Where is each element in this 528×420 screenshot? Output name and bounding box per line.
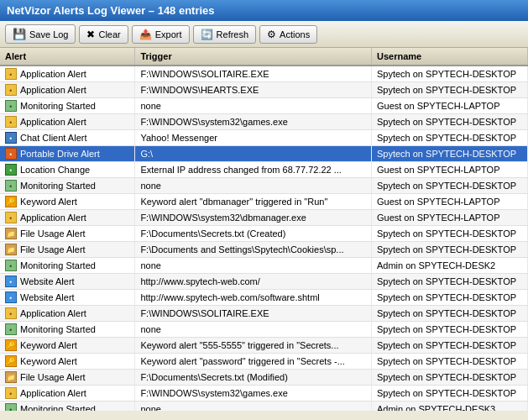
- keyword-icon: 🔑: [5, 339, 17, 351]
- table-header-row: Alert Trigger Username: [0, 48, 528, 66]
- cell-alert: 📁File Usage Alert: [0, 242, 135, 258]
- cell-trigger: none: [135, 178, 372, 194]
- title-bar: NetVizor Alerts Log Viewer – 148 entries: [0, 0, 528, 21]
- cell-alert: 🔑Keyword Alert: [0, 194, 135, 210]
- cell-username: Guest on SPYTECH-LAPTOP: [371, 210, 527, 226]
- table-row[interactable]: ▪Monitoring StartednoneAdmin on SPYTECH-…: [0, 402, 528, 412]
- cell-username: Guest on SPYTECH-LAPTOP: [371, 194, 527, 210]
- cell-username: Spytech on SPYTECH-DESKTOP: [371, 82, 527, 98]
- cell-alert: ▪Application Alert: [0, 386, 135, 402]
- app-icon: ▪: [5, 387, 17, 399]
- table-row[interactable]: ▪Application AlertF:\WINDOWS\system32\db…: [0, 210, 528, 226]
- cell-trigger: Keyword alert "password" triggered in "S…: [135, 354, 372, 370]
- refresh-icon: 🔄: [201, 29, 213, 40]
- export-icon: 📤: [139, 29, 152, 40]
- table-row[interactable]: ▪Monitoring StartednoneAdmin on SPYTECH-…: [0, 258, 528, 274]
- cell-trigger: none: [135, 98, 372, 114]
- cell-trigger: F:\Documents\Secrets.txt (Created): [135, 226, 372, 242]
- cell-trigger: F:\WINDOWS\HEARTS.EXE: [135, 82, 372, 98]
- cell-trigger: G:\: [135, 146, 372, 162]
- cell-trigger: F:\WINDOWS\system32\games.exe: [135, 114, 372, 130]
- table-row[interactable]: ▪Application AlertF:\WINDOWS\system32\ga…: [0, 386, 528, 402]
- export-button[interactable]: 📤 Export: [132, 25, 190, 44]
- table-row[interactable]: ▪Website Alerthttp://www.spytech-web.com…: [0, 274, 528, 290]
- cell-username: Spytech on SPYTECH-DESKTOP: [371, 354, 527, 370]
- cell-username: Guest on SPYTECH-LAPTOP: [371, 98, 527, 114]
- save-log-label: Save Log: [29, 29, 68, 39]
- cell-username: Spytech on SPYTECH-DESKTOP: [371, 114, 527, 130]
- cell-trigger: Keyword alert "555-5555" triggered in "S…: [135, 338, 372, 354]
- cell-username: Spytech on SPYTECH-DESKTOP: [371, 226, 527, 242]
- file-icon: 📁: [5, 244, 17, 255]
- cell-alert: 📁File Usage Alert: [0, 226, 135, 242]
- location-icon: ▪: [5, 164, 17, 176]
- table-row[interactable]: ▪Monitoring StartednoneSpytech on SPYTEC…: [0, 178, 528, 194]
- cell-alert: 🔑Keyword Alert: [0, 338, 135, 354]
- cell-trigger: F:\WINDOWS\SOLITAIRE.EXE: [135, 306, 372, 322]
- table-row[interactable]: 🔑Keyword AlertKeyword alert "dbmanager" …: [0, 194, 528, 210]
- clear-icon: ✖: [86, 29, 95, 40]
- table-row[interactable]: ▪Monitoring StartednoneGuest on SPYTECH-…: [0, 98, 528, 114]
- refresh-label: Refresh: [217, 29, 249, 39]
- table-container: Alert Trigger Username ▪Application Aler…: [0, 48, 528, 411]
- app-icon: ▪: [5, 116, 17, 128]
- monitor-icon: ▪: [5, 323, 17, 335]
- table-row[interactable]: 🔑Keyword AlertKeyword alert "password" t…: [0, 354, 528, 370]
- table-row[interactable]: ▪Application AlertF:\WINDOWS\system32\ga…: [0, 114, 528, 130]
- table-row[interactable]: 📁File Usage AlertF:\Documents\Secrets.tx…: [0, 370, 528, 386]
- cell-username: Spytech on SPYTECH-DESKTOP: [371, 306, 527, 322]
- cell-trigger: none: [135, 322, 372, 338]
- table-row[interactable]: 📁File Usage AlertF:\Documents\Secrets.tx…: [0, 226, 528, 242]
- website-icon: ▪: [5, 291, 17, 303]
- cell-username: Admin on SPYTECH-DESK2: [371, 258, 527, 274]
- table-row[interactable]: ▪Application AlertF:\WINDOWS\SOLITAIRE.E…: [0, 66, 528, 82]
- save-log-button[interactable]: 💾 Save Log: [5, 24, 76, 44]
- actions-label: Actions: [280, 29, 310, 39]
- cell-trigger: Yahoo! Messenger: [135, 130, 372, 146]
- table-row[interactable]: ▪Chat Client AlertYahoo! MessengerSpytec…: [0, 130, 528, 146]
- cell-alert: ▪Monitoring Started: [0, 322, 135, 338]
- table-row[interactable]: ▪Website Alerthttp://www.spytech-web.com…: [0, 290, 528, 306]
- table-row[interactable]: ▪Application AlertF:\WINDOWS\HEARTS.EXES…: [0, 82, 528, 98]
- cell-alert: 🔑Keyword Alert: [0, 354, 135, 370]
- cell-username: Guest on SPYTECH-LAPTOP: [371, 162, 527, 178]
- app-icon: ▪: [5, 212, 17, 223]
- cell-username: Spytech on SPYTECH-DESKTOP: [371, 242, 527, 258]
- cell-alert: ▪Monitoring Started: [0, 178, 135, 194]
- cell-alert: 📁File Usage Alert: [0, 370, 135, 386]
- cell-alert: ▪Location Change: [0, 162, 135, 178]
- col-alert: Alert: [0, 48, 135, 66]
- table-row[interactable]: 🔑Keyword AlertKeyword alert "555-5555" t…: [0, 338, 528, 354]
- cell-trigger: F:\WINDOWS\SOLITAIRE.EXE: [135, 66, 372, 82]
- refresh-button[interactable]: 🔄 Refresh: [193, 25, 257, 44]
- actions-button[interactable]: ⚙ Actions: [259, 25, 317, 44]
- cell-alert: ▪Website Alert: [0, 290, 135, 306]
- cell-trigger: F:\WINDOWS\system32\dbmanager.exe: [135, 210, 372, 226]
- cell-alert: ▪Application Alert: [0, 114, 135, 130]
- cell-alert: ▪Application Alert: [0, 82, 135, 98]
- table-row[interactable]: ▪Application AlertF:\WINDOWS\SOLITAIRE.E…: [0, 306, 528, 322]
- monitor-icon: ▪: [5, 403, 17, 411]
- cell-trigger: http://www.spytech-web.com/software.shtm…: [135, 290, 372, 306]
- cell-alert: ▪Application Alert: [0, 66, 135, 82]
- cell-alert: ▪Chat Client Alert: [0, 130, 135, 146]
- app-icon: ▪: [5, 68, 17, 80]
- cell-trigger: F:\WINDOWS\system32\games.exe: [135, 386, 372, 402]
- table-row[interactable]: ▪Monitoring StartednoneSpytech on SPYTEC…: [0, 322, 528, 338]
- cell-trigger: none: [135, 402, 372, 412]
- monitor-icon: ▪: [5, 180, 17, 192]
- cell-trigger: http://www.spytech-web.com/: [135, 274, 372, 290]
- app-icon: ▪: [5, 307, 17, 319]
- cell-trigger: External IP address changed from 68.77.7…: [135, 162, 372, 178]
- table-row[interactable]: ▪Location ChangeExternal IP address chan…: [0, 162, 528, 178]
- toolbar: 💾 Save Log ✖ Clear 📤 Export 🔄 Refresh ⚙ …: [0, 21, 528, 48]
- clear-button[interactable]: ✖ Clear: [79, 25, 128, 44]
- table-row[interactable]: 📁File Usage AlertF:\Documents and Settin…: [0, 242, 528, 258]
- keyword-icon: 🔑: [5, 196, 17, 207]
- cell-username: Spytech on SPYTECH-DESKTOP: [371, 290, 527, 306]
- website-icon: ▪: [5, 276, 17, 287]
- monitor-icon: ▪: [5, 260, 17, 271]
- cell-trigger: F:\Documents and Settings\Spytech\Cookie…: [135, 242, 372, 258]
- table-row[interactable]: ▪Portable Drive AlertG:\Spytech on SPYTE…: [0, 146, 528, 162]
- drive-icon: ▪: [5, 148, 17, 160]
